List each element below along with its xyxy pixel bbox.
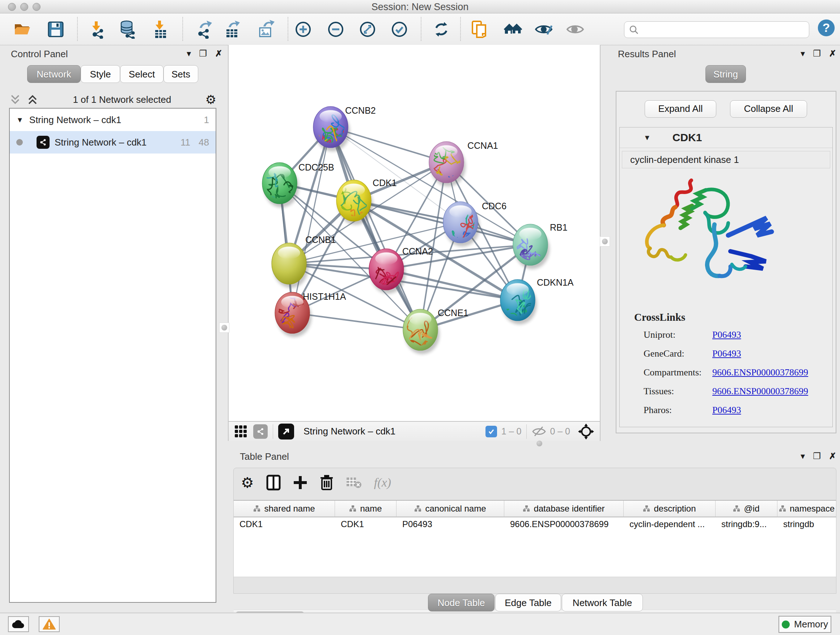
column-header[interactable]: @id: [715, 501, 777, 517]
float-panel-icon[interactable]: ❐: [813, 49, 821, 59]
close-panel-icon[interactable]: ✗: [215, 49, 222, 59]
window-title: Session: New Session: [0, 2, 840, 13]
save-session-icon[interactable]: [46, 20, 65, 39]
bottom-splitter-handle[interactable]: [535, 439, 544, 448]
tab-network-table[interactable]: Network Table: [562, 594, 643, 611]
left-splitter-handle[interactable]: [219, 323, 229, 333]
crosslink-genecard-link[interactable]: P06493: [712, 348, 741, 359]
column-header[interactable]: database identifier: [504, 501, 624, 517]
table-cell[interactable]: P06493: [396, 517, 504, 531]
help-icon[interactable]: ?: [817, 19, 836, 37]
grid-view-icon[interactable]: [234, 424, 248, 439]
tab-string-results[interactable]: String: [706, 65, 746, 83]
zoom-in-icon[interactable]: [294, 20, 313, 39]
selection-status: 1 of 1 Network selected: [39, 94, 205, 105]
crosslink-compartments-link[interactable]: 9606.ENSP00000378699: [712, 367, 808, 378]
status-bar: Memory: [0, 613, 840, 635]
table-cell[interactable]: cyclin-dependent ...: [624, 517, 715, 531]
close-panel-icon[interactable]: ✗: [829, 451, 836, 461]
zoom-selected-icon[interactable]: [390, 20, 409, 39]
network-list: ▼ String Network – cdk1 1 String Network…: [9, 108, 216, 603]
enable-style-icon[interactable]: [534, 20, 553, 39]
tab-edge-table[interactable]: Edge Table: [495, 594, 561, 611]
column-header[interactable]: name: [335, 501, 396, 517]
network-collection-row[interactable]: ▼ String Network – cdk1 1: [10, 109, 216, 131]
float-panel-icon[interactable]: ❐: [813, 451, 821, 461]
table-settings-gear-icon[interactable]: ⚙: [241, 474, 254, 491]
function-builder-icon[interactable]: f(x): [374, 476, 391, 489]
table-cell[interactable]: 9606.ENSP00000378699: [504, 517, 624, 531]
network-graph[interactable]: CCNB2CCNA1CDC25BCDK1CDC6RB1CCNB1CCNA2CDK…: [229, 45, 600, 420]
right-splitter-handle[interactable]: [600, 236, 610, 247]
open-in-window-icon[interactable]: [278, 424, 294, 440]
import-table-icon[interactable]: [151, 20, 170, 39]
collapse-panel-icon[interactable]: ▾: [801, 451, 805, 461]
float-panel-icon[interactable]: ❐: [199, 49, 207, 59]
column-header[interactable]: description: [624, 501, 715, 517]
birdseye-icon[interactable]: [578, 424, 594, 440]
crosslink-tissues-link[interactable]: 9606.ENSP00000378699: [712, 386, 808, 397]
collapse-panel-icon[interactable]: ▾: [187, 49, 191, 59]
export-image-icon[interactable]: [257, 20, 276, 39]
protein-structure-image: [637, 174, 778, 301]
network-options-gear-icon[interactable]: ⚙: [205, 92, 216, 107]
crosslinks-heading: CrossLinks: [634, 311, 685, 323]
delete-table-icon[interactable]: [346, 476, 362, 489]
collapse-all-button[interactable]: Collapse All: [730, 100, 807, 118]
network-edge-count: 48: [199, 137, 209, 148]
table-cell[interactable]: stringdb:9...: [715, 517, 777, 531]
collapse-panel-icon[interactable]: ▾: [801, 49, 805, 59]
cloud-status-button[interactable]: [8, 616, 29, 632]
table-cell[interactable]: stringdb: [777, 517, 836, 531]
memory-button[interactable]: Memory: [778, 616, 831, 633]
string-home-icon[interactable]: [504, 20, 523, 39]
column-header[interactable]: canonical name: [396, 501, 504, 517]
search-box[interactable]: [624, 21, 809, 38]
svg-text:CCNA1: CCNA1: [467, 141, 498, 150]
share-view-icon[interactable]: [253, 424, 268, 439]
search-input[interactable]: [642, 24, 809, 35]
export-table-icon[interactable]: [223, 20, 242, 39]
selected-checkbox-icon[interactable]: [485, 426, 497, 437]
add-column-icon[interactable]: [293, 475, 308, 491]
collection-count: 1: [204, 114, 209, 126]
tab-style[interactable]: Style: [81, 65, 120, 83]
crosslink-uniprot-link[interactable]: P06493: [712, 329, 741, 340]
gene-section-header[interactable]: ▼ CDK1: [620, 127, 832, 148]
import-network-file-icon[interactable]: [88, 20, 106, 39]
network-row[interactable]: String Network – cdk1 11 48: [10, 131, 216, 154]
delete-column-icon[interactable]: [320, 474, 333, 491]
export-network-icon[interactable]: [195, 20, 213, 39]
copy-style-icon[interactable]: [470, 20, 488, 39]
column-header[interactable]: namespace: [777, 501, 836, 517]
table-panel-title: Table Panel: [240, 451, 289, 462]
expand-all-icon[interactable]: [27, 93, 39, 106]
expand-all-button[interactable]: Expand All: [645, 100, 716, 118]
table-row[interactable]: CDK1: [234, 517, 335, 531]
refresh-icon[interactable]: [432, 20, 451, 39]
show-columns-icon[interactable]: [266, 475, 281, 491]
column-header[interactable]: shared name: [234, 501, 335, 517]
column-type-icon: [349, 505, 356, 512]
table-cell[interactable]: CDK1: [335, 517, 396, 531]
zoom-out-icon[interactable]: [326, 20, 345, 39]
zoom-fit-icon[interactable]: [358, 20, 377, 39]
collapse-all-icon[interactable]: [9, 93, 21, 106]
warnings-button[interactable]: [39, 616, 60, 632]
crosslink-pharos-link[interactable]: P06493: [712, 405, 741, 416]
hide-panel-eye-icon[interactable]: [566, 20, 584, 39]
import-network-database-icon[interactable]: [118, 20, 137, 39]
tab-network[interactable]: Network: [27, 65, 81, 83]
hidden-eye-icon: [532, 426, 546, 437]
table-panel-controls: ▾ ❐ ✗: [794, 451, 836, 461]
tab-select[interactable]: Select: [120, 65, 164, 83]
network-canvas[interactable]: CCNB2CCNA1CDC25BCDK1CDC6RB1CCNB1CCNA2CDK…: [228, 45, 600, 421]
tab-node-table[interactable]: Node Table: [428, 594, 494, 611]
close-panel-icon[interactable]: ✗: [829, 49, 836, 59]
open-session-icon[interactable]: [13, 20, 32, 39]
svg-text:CDK1: CDK1: [373, 178, 397, 188]
tree-expander-icon[interactable]: ▼: [16, 116, 24, 124]
section-expander-icon[interactable]: ▼: [644, 134, 651, 142]
control-panel-title: Control Panel: [11, 49, 68, 60]
tab-sets[interactable]: Sets: [164, 65, 198, 83]
